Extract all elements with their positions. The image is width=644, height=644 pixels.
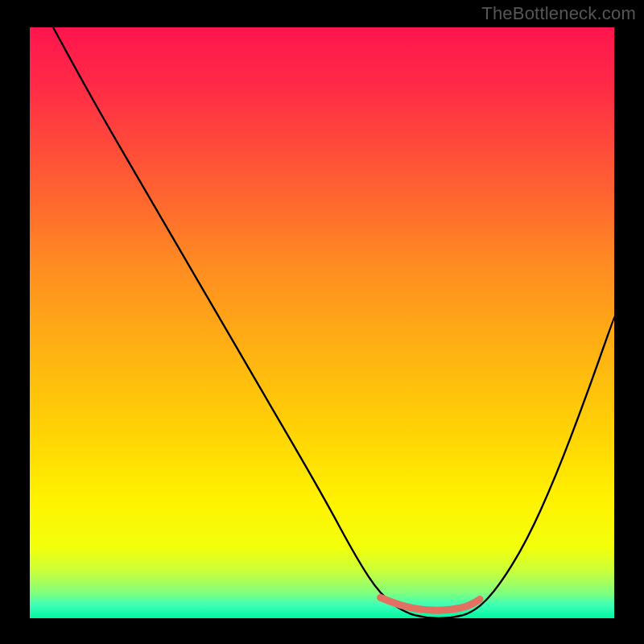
plot-area (30, 27, 614, 618)
chart-frame: TheBottleneck.com (0, 0, 644, 644)
bottleneck-chart (30, 27, 614, 618)
watermark-label: TheBottleneck.com (481, 3, 636, 24)
gradient-background (30, 27, 614, 618)
